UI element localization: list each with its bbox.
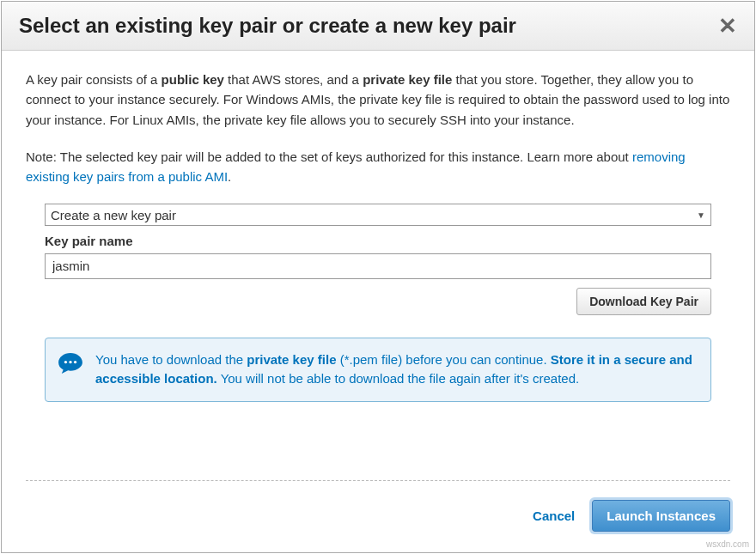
desc-bold-public-key: public key [162, 72, 224, 87]
desc-text: that AWS stores, and a [224, 72, 363, 87]
key-pair-modal: Select an existing key pair or create a … [1, 1, 755, 553]
alert-part: You have to download the [95, 352, 247, 367]
modal-body: A key pair consists of a public key that… [2, 51, 754, 463]
cancel-button[interactable]: Cancel [533, 508, 575, 523]
note-paragraph: Note: The selected key pair will be adde… [26, 147, 730, 187]
download-key-pair-button[interactable]: Download Key Pair [576, 288, 711, 315]
watermark-text: wsxdn.com [706, 539, 749, 549]
alert-part: (*.pem file) before you can continue. [337, 352, 551, 367]
info-chat-icon [58, 352, 83, 374]
svg-point-0 [64, 360, 67, 362]
alert-part: You will not be able to download the fil… [217, 371, 579, 386]
note-text: . [228, 169, 231, 184]
modal-title: Select an existing key pair or create a … [19, 14, 516, 38]
key-pair-option-select[interactable]: Create a new key pair ▼ [45, 204, 711, 226]
select-value: Create a new key pair [51, 205, 176, 225]
alert-text: You have to download the private key fil… [95, 350, 695, 389]
info-alert: You have to download the private key fil… [45, 338, 711, 402]
svg-point-2 [74, 360, 76, 362]
desc-bold-private-key-file: private key file [363, 72, 452, 87]
desc-text: A key pair consists of a [26, 72, 162, 87]
close-icon[interactable]: ✕ [718, 15, 737, 37]
modal-header: Select an existing key pair or create a … [2, 2, 754, 51]
svg-point-1 [69, 360, 71, 362]
description-paragraph: A key pair consists of a public key that… [26, 70, 730, 130]
chevron-down-icon: ▼ [697, 209, 705, 222]
download-row: Download Key Pair [45, 288, 711, 315]
alert-bold-private-key-file: private key file [247, 352, 336, 367]
key-pair-name-label: Key pair name [45, 231, 711, 251]
key-pair-name-input[interactable] [45, 253, 711, 279]
modal-footer: Cancel Launch Instances [26, 480, 730, 552]
note-text: Note: The selected key pair will be adde… [26, 149, 632, 164]
form-block: Create a new key pair ▼ Key pair name Do… [26, 204, 730, 401]
launch-instances-button[interactable]: Launch Instances [592, 500, 730, 532]
